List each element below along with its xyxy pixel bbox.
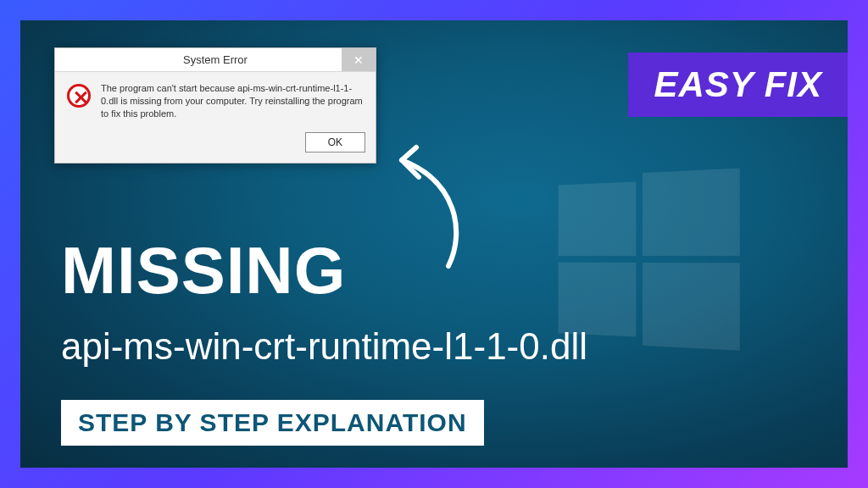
dialog-message: The program can't start because api-ms-w… — [101, 82, 364, 120]
system-error-dialog: System Error ✕ The program can't start b… — [54, 47, 376, 164]
close-button[interactable]: ✕ — [342, 48, 376, 71]
filename-text: api-ms-win-crt-runtime-l1-1-0.dll — [61, 325, 822, 368]
dialog-body: The program can't start because api-ms-w… — [55, 72, 376, 127]
close-icon: ✕ — [353, 53, 364, 67]
windows-logo-icon — [559, 168, 740, 347]
error-icon — [67, 84, 91, 108]
headline-missing: MISSING — [61, 232, 346, 309]
easy-fix-badge: EASY FIX — [628, 53, 848, 117]
dialog-title: System Error — [183, 53, 248, 66]
dialog-titlebar: System Error ✕ — [55, 48, 376, 72]
arrow-icon — [372, 139, 482, 274]
step-by-step-badge: STEP BY STEP EXPLANATION — [61, 400, 484, 446]
desktop-background: EASY FIX System Error ✕ The program can'… — [20, 20, 848, 468]
dialog-footer: OK — [55, 127, 376, 163]
ok-button[interactable]: OK — [305, 132, 365, 152]
thumbnail-frame: EASY FIX System Error ✕ The program can'… — [0, 0, 868, 488]
